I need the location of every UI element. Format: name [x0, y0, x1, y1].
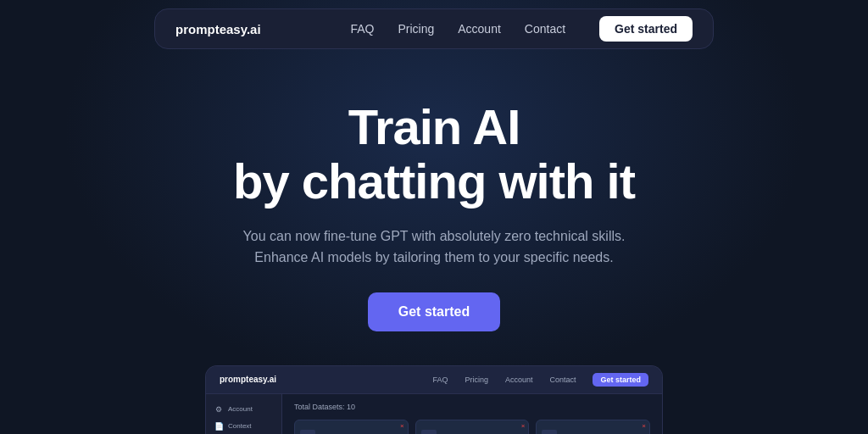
- card-icon-2: [421, 430, 437, 434]
- account-icon: ⚙: [214, 405, 223, 414]
- preview-card-1: ×: [294, 420, 409, 434]
- navbar-inner: prompteasy.ai FAQ Pricing Account Contac…: [154, 8, 714, 49]
- hero-subtitle-line1: You can now fine-tune GPT with absolutel…: [243, 229, 626, 243]
- preview-container: prompteasy.ai FAQ Pricing Account Contac…: [205, 365, 663, 434]
- preview-sidebar-account[interactable]: ⚙ Account: [206, 401, 281, 418]
- nav-link-faq[interactable]: FAQ: [350, 22, 374, 36]
- preview-total-datasets: Total Datasets: 10: [294, 403, 650, 411]
- context-icon: 📄: [214, 422, 223, 431]
- nav-link-contact[interactable]: Contact: [525, 22, 565, 36]
- preview-cta-button[interactable]: Get started: [593, 373, 648, 387]
- preview-card-2: ×: [415, 420, 530, 434]
- brand-logo: prompteasy.ai: [175, 22, 261, 36]
- hero-title-line2: by chatting with it: [233, 153, 635, 209]
- card-icon-3: [542, 430, 557, 434]
- preview-sidebar-account-label: Account: [228, 405, 253, 413]
- preview-nav-account: Account: [505, 376, 533, 384]
- hero-section: Train AI by chatting with it You can now…: [0, 58, 868, 365]
- preview-main: Total Datasets: 10 × × ×: [282, 394, 662, 434]
- card-close-2[interactable]: ×: [521, 423, 526, 430]
- hero-title-line1: Train AI: [348, 99, 520, 154]
- nav-cta-button[interactable]: Get started: [599, 16, 693, 42]
- hero-title: Train AI by chatting with it: [233, 100, 635, 209]
- preview-brand: prompteasy.ai: [220, 375, 276, 384]
- nav-link-account[interactable]: Account: [458, 22, 501, 36]
- card-icon-1: [300, 430, 315, 434]
- preview-cards: × × ×: [294, 420, 650, 434]
- preview-navbar: prompteasy.ai FAQ Pricing Account Contac…: [206, 366, 662, 394]
- preview-card-3: ×: [536, 420, 650, 434]
- preview-sidebar: ⚙ Account 📄 Context 🗄 Datasets: [206, 394, 282, 434]
- preview-wrapper: prompteasy.ai FAQ Pricing Account Contac…: [0, 365, 868, 434]
- card-close-3[interactable]: ×: [642, 423, 646, 430]
- preview-sidebar-context[interactable]: 📄 Context: [206, 418, 281, 434]
- hero-cta-button[interactable]: Get started: [368, 292, 500, 331]
- navbar: prompteasy.ai FAQ Pricing Account Contac…: [0, 0, 868, 58]
- hero-subtitle-line2: Enhance AI models by tailoring them to y…: [254, 250, 613, 264]
- nav-link-pricing[interactable]: Pricing: [398, 22, 434, 36]
- preview-nav-contact: Contact: [549, 376, 576, 384]
- hero-subtitle: You can now fine-tune GPT with absolutel…: [243, 225, 626, 269]
- preview-body: ⚙ Account 📄 Context 🗄 Datasets Total Dat…: [206, 394, 662, 434]
- preview-nav-faq: FAQ: [432, 376, 448, 384]
- preview-sidebar-context-label: Context: [228, 422, 252, 430]
- nav-links: FAQ Pricing Account Contact: [350, 22, 565, 36]
- card-close-1[interactable]: ×: [400, 423, 404, 430]
- preview-nav-pricing: Pricing: [465, 376, 488, 384]
